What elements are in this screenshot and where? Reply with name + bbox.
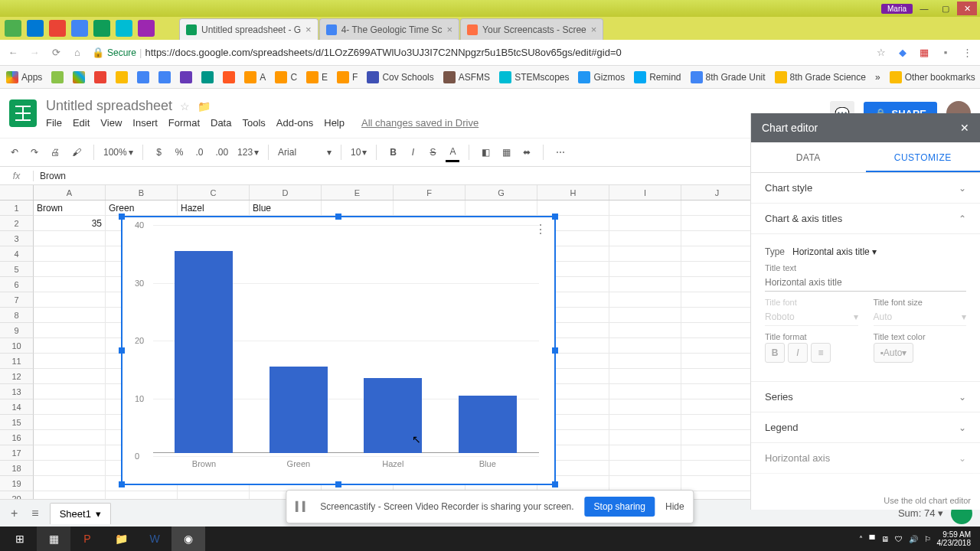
- text-color-button[interactable]: A: [446, 143, 459, 162]
- col-header[interactable]: F: [394, 185, 466, 200]
- pinned-tab[interactable]: [49, 20, 66, 37]
- chart-bar[interactable]: [270, 367, 328, 453]
- title-text-input[interactable]: [765, 274, 966, 292]
- strike-button[interactable]: S: [426, 144, 439, 161]
- cell[interactable]: [34, 476, 106, 491]
- cell[interactable]: [34, 246, 106, 261]
- increase-decimal-button[interactable]: .00: [212, 144, 231, 161]
- cell[interactable]: [609, 323, 681, 337]
- borders-button[interactable]: ▦: [499, 144, 514, 161]
- browser-tab[interactable]: Untitled spreadsheet - G×: [179, 18, 318, 40]
- cell[interactable]: [681, 399, 753, 414]
- resize-handle[interactable]: [335, 214, 341, 220]
- paint-format-button[interactable]: 🖌: [69, 144, 84, 161]
- fill-color-button[interactable]: ◧: [479, 144, 493, 161]
- bookmark-item[interactable]: [73, 71, 85, 83]
- system-clock[interactable]: 9:59 AM4/23/2018: [937, 530, 972, 547]
- tray-icon[interactable]: ▀: [869, 535, 874, 543]
- decrease-decimal-button[interactable]: .0: [192, 144, 206, 161]
- folder-icon[interactable]: 📁: [198, 100, 211, 112]
- cell[interactable]: [681, 201, 753, 215]
- browser-tab[interactable]: 4- The Geologic Time Sc×: [319, 18, 459, 40]
- cell[interactable]: [609, 354, 681, 368]
- cell[interactable]: [609, 262, 681, 276]
- cell[interactable]: [322, 201, 394, 215]
- sheets-logo-icon[interactable]: [9, 99, 37, 127]
- chart-bar[interactable]: [459, 396, 517, 454]
- cell[interactable]: [609, 308, 681, 322]
- task-explorer[interactable]: 📁: [104, 527, 138, 551]
- row-header[interactable]: 9: [0, 323, 34, 338]
- cell[interactable]: [34, 308, 106, 322]
- menu-file[interactable]: File: [46, 117, 62, 129]
- cell[interactable]: Hazel: [178, 201, 250, 215]
- add-sheet-button[interactable]: +: [8, 504, 21, 523]
- tab-customize[interactable]: CUSTOMIZE: [866, 142, 981, 172]
- window-minimize[interactable]: —: [914, 2, 934, 15]
- cell[interactable]: [609, 369, 681, 383]
- col-header[interactable]: A: [34, 185, 106, 200]
- redo-button[interactable]: ↷: [28, 144, 41, 161]
- more-button[interactable]: ⋯: [553, 144, 568, 161]
- old-editor-link[interactable]: Use the old chart editor: [751, 491, 980, 510]
- cell[interactable]: [34, 384, 106, 399]
- cell[interactable]: [681, 369, 753, 383]
- bookmark-item[interactable]: 8th Grade Science: [775, 71, 866, 83]
- row-header[interactable]: 3: [0, 231, 34, 246]
- close-icon[interactable]: ×: [591, 24, 597, 35]
- other-bookmarks[interactable]: Other bookmarks: [890, 71, 975, 83]
- cell[interactable]: [34, 338, 106, 353]
- extension-icon[interactable]: ◆: [896, 47, 910, 58]
- pinned-tab[interactable]: [93, 20, 110, 37]
- close-icon[interactable]: ×: [305, 24, 312, 35]
- browser-tab[interactable]: Your Screencasts - Scree×: [460, 18, 603, 40]
- section-series[interactable]: Series⌄: [751, 382, 980, 412]
- menu-data[interactable]: Data: [211, 117, 231, 129]
- cell[interactable]: [681, 323, 753, 337]
- cell[interactable]: [681, 216, 753, 230]
- cell[interactable]: [34, 231, 106, 246]
- window-maximize[interactable]: ▢: [936, 2, 956, 15]
- bookmark-item[interactable]: A: [244, 71, 266, 83]
- menu-icon[interactable]: ⋮: [960, 47, 974, 58]
- undo-button[interactable]: ↶: [8, 144, 21, 161]
- row-header[interactable]: 7: [0, 292, 34, 308]
- cell[interactable]: [681, 445, 753, 460]
- close-icon[interactable]: ✕: [960, 122, 969, 134]
- cell[interactable]: [681, 231, 753, 246]
- row-header[interactable]: 1: [0, 201, 34, 216]
- type-dropdown[interactable]: Horizontal axis title ▾: [792, 246, 877, 257]
- task-button[interactable]: ▦: [37, 527, 70, 551]
- formula-input[interactable]: Brown: [34, 171, 72, 181]
- pinned-tab[interactable]: [138, 20, 155, 37]
- bookmark-item[interactable]: [137, 71, 149, 83]
- print-button[interactable]: 🖨: [47, 144, 63, 161]
- menu-format[interactable]: Format: [168, 117, 200, 129]
- percent-button[interactable]: %: [172, 144, 187, 161]
- hide-button[interactable]: Hide: [665, 501, 684, 512]
- font-dropdown[interactable]: Arial ▾: [278, 147, 332, 158]
- cell[interactable]: [34, 277, 106, 292]
- row-header[interactable]: 6: [0, 277, 34, 292]
- stop-sharing-button[interactable]: Stop sharing: [585, 497, 655, 517]
- cell[interactable]: [609, 277, 681, 292]
- url-field[interactable]: 🔒 Secure | https://docs.google.com/sprea…: [92, 47, 867, 58]
- cell[interactable]: [681, 476, 753, 491]
- row-header[interactable]: 5: [0, 262, 34, 277]
- menu-addons[interactable]: Add-ons: [276, 117, 313, 129]
- align-button[interactable]: ≡: [811, 343, 831, 363]
- color-dropdown[interactable]: ▪ Auto ▾: [874, 343, 914, 363]
- cell[interactable]: [609, 384, 681, 399]
- cell[interactable]: [609, 461, 681, 475]
- row-header[interactable]: 15: [0, 415, 34, 430]
- cell[interactable]: [34, 323, 106, 337]
- col-header[interactable]: E: [322, 185, 394, 200]
- row-header[interactable]: 17: [0, 445, 34, 461]
- zoom-dropdown[interactable]: 100% ▾: [103, 147, 133, 158]
- cell[interactable]: [681, 262, 753, 276]
- pinned-tab[interactable]: [27, 20, 44, 37]
- bookmark-item[interactable]: [223, 71, 235, 83]
- italic-button[interactable]: I: [406, 144, 420, 161]
- cell[interactable]: [394, 201, 466, 215]
- cell[interactable]: 35: [34, 216, 106, 230]
